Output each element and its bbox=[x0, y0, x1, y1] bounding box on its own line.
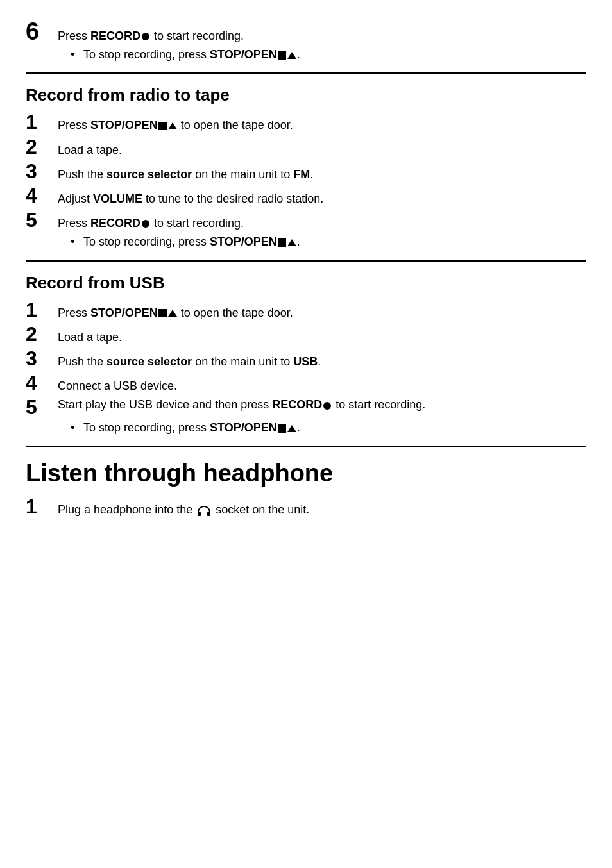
radio-step-4: 4 Adjust VOLUME to tune to the desired r… bbox=[26, 185, 586, 207]
usb-step-4: 4 Connect a USB device. bbox=[26, 372, 586, 394]
radio-step-3: 3 Push the source selector on the main u… bbox=[26, 161, 586, 183]
radio-step-5-text: Press RECORD to start recording. bbox=[58, 215, 244, 231]
listen-step-1: 1 Plug a headphone into the socket on th… bbox=[26, 496, 586, 518]
usb-step-3-source: source selector bbox=[106, 355, 192, 368]
usb-step-4-text: Connect a USB device. bbox=[58, 378, 177, 394]
usb-step-1: 1 Press STOP/OPEN to open the tape door. bbox=[26, 299, 586, 321]
top-section: 6 Press RECORD to start recording. • To … bbox=[26, 13, 586, 74]
usb-step-1-stopopen: STOP/OPEN bbox=[90, 306, 158, 319]
usb-bullet: • To stop recording, press STOP/OPEN. bbox=[26, 420, 586, 436]
radio-bullet: • To stop recording, press STOP/OPEN. bbox=[26, 234, 586, 250]
usb-step-2-text: Load a tape. bbox=[58, 330, 122, 346]
stop-icon-u1 bbox=[158, 309, 167, 317]
radio-step-1: 1 Press STOP/OPEN to open the tape door. bbox=[26, 112, 586, 133]
radio-step-3-number: 3 bbox=[26, 161, 58, 181]
step-6-record-label: RECORD bbox=[90, 29, 140, 42]
radio-step-3-source: source selector bbox=[106, 168, 192, 181]
usb-step-5: 5 Start play the USB device and then pre… bbox=[26, 397, 586, 417]
usb-step-1-text: Press STOP/OPEN to open the tape door. bbox=[58, 305, 293, 321]
usb-section-title: Record from USB bbox=[26, 273, 586, 293]
radio-step-2-number: 2 bbox=[26, 137, 58, 157]
usb-step-3-number: 3 bbox=[26, 348, 58, 369]
eject-icon bbox=[287, 52, 296, 59]
radio-step-1-stopopen: STOP/OPEN bbox=[90, 119, 158, 131]
radio-step-1-text: Press STOP/OPEN to open the tape door. bbox=[58, 117, 293, 133]
usb-step-4-number: 4 bbox=[26, 372, 58, 393]
step-6-number: 6 bbox=[26, 19, 58, 44]
usb-step-5-number: 5 bbox=[26, 397, 58, 417]
radio-bullet-text: To stop recording, press STOP/OPEN. bbox=[83, 234, 300, 250]
stop-icon-ub bbox=[278, 424, 286, 433]
radio-step-5: 5 Press RECORD to start recording. bbox=[26, 210, 586, 231]
listen-section-title: Listen through headphone bbox=[26, 460, 586, 487]
record-dot-r5 bbox=[142, 220, 149, 228]
stop-icon-r1 bbox=[158, 122, 167, 130]
listen-step-1-number: 1 bbox=[26, 496, 58, 517]
usb-section: Record from USB 1 Press STOP/OPEN to ope… bbox=[26, 273, 586, 447]
radio-step-3-fm: FM bbox=[293, 168, 310, 181]
record-dot-u5 bbox=[323, 402, 331, 410]
usb-step-3-usb: USB bbox=[293, 355, 318, 368]
radio-step-5-number: 5 bbox=[26, 210, 58, 230]
usb-step-2-number: 2 bbox=[26, 324, 58, 344]
listen-section: Listen through headphone 1 Plug a headph… bbox=[26, 460, 586, 518]
bullet-point: • bbox=[71, 48, 83, 62]
radio-step-4-volume: VOLUME bbox=[93, 192, 142, 205]
listen-step-1-text: Plug a headphone into the socket on the … bbox=[58, 502, 309, 518]
step-6-bullet: • To stop recording, press STOP/OPEN. bbox=[26, 47, 586, 63]
record-dot-icon bbox=[142, 33, 149, 40]
stopopen-label: STOP/OPEN bbox=[210, 48, 277, 61]
usb-step-1-number: 1 bbox=[26, 299, 58, 320]
step-6-text: Press RECORD to start recording. bbox=[58, 28, 244, 44]
radio-step-2-text: Load a tape. bbox=[58, 142, 122, 158]
radio-bullet-point: • bbox=[71, 235, 83, 249]
radio-stopopen-label: STOP/OPEN bbox=[210, 235, 277, 248]
headphone-icon bbox=[197, 505, 211, 517]
usb-bullet-point: • bbox=[71, 421, 83, 435]
usb-bullet-text: To stop recording, press STOP/OPEN. bbox=[83, 420, 300, 436]
radio-step-4-text: Adjust VOLUME to tune to the desired rad… bbox=[58, 191, 323, 207]
radio-step-4-number: 4 bbox=[26, 185, 58, 206]
radio-step-2: 2 Load a tape. bbox=[26, 137, 586, 158]
usb-step-2: 2 Load a tape. bbox=[26, 324, 586, 346]
radio-step-5-record: RECORD bbox=[90, 217, 140, 230]
eject-icon-u1 bbox=[168, 310, 177, 317]
stop-icon-rb bbox=[278, 238, 286, 247]
usb-stopopen-label: STOP/OPEN bbox=[210, 421, 277, 434]
radio-step-3-text: Push the source selector on the main uni… bbox=[58, 167, 313, 183]
radio-section: Record from radio to tape 1 Press STOP/O… bbox=[26, 85, 586, 261]
step-6-bullet-text: To stop recording, press STOP/OPEN. bbox=[83, 47, 300, 63]
step-6-row: 6 Press RECORD to start recording. bbox=[26, 19, 586, 44]
stop-icon bbox=[278, 51, 286, 60]
eject-icon-r1 bbox=[168, 122, 177, 129]
eject-icon-rb bbox=[287, 239, 296, 246]
radio-section-title: Record from radio to tape bbox=[26, 85, 586, 105]
radio-step-1-number: 1 bbox=[26, 112, 58, 132]
eject-icon-ub bbox=[287, 425, 296, 432]
usb-step-5-text: Start play the USB device and then press… bbox=[58, 397, 425, 413]
usb-step-5-record: RECORD bbox=[272, 398, 322, 411]
usb-step-3: 3 Push the source selector on the main u… bbox=[26, 348, 586, 370]
usb-step-3-text: Push the source selector on the main uni… bbox=[58, 354, 321, 370]
